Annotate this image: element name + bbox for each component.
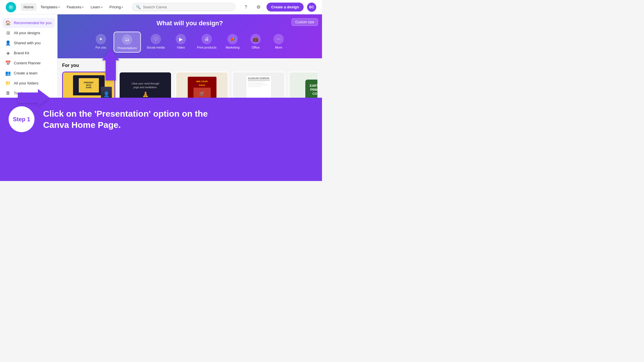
banner-title: What will you design?	[63, 20, 316, 27]
tab-marketing[interactable]: 📣 Marketing	[222, 32, 243, 53]
canva-logo[interactable]: C	[6, 2, 16, 12]
svg-marker-3	[102, 49, 119, 80]
tab-more[interactable]: ··· More	[268, 32, 289, 53]
folder-icon: 📁	[5, 80, 11, 86]
sidebar-item-all-designs[interactable]: ⊞ All your designs	[2, 28, 55, 38]
nav-templates[interactable]: Templates ▾	[38, 3, 63, 11]
search-bar[interactable]: 🔍	[132, 3, 235, 11]
arrow-right-indicator	[18, 89, 49, 106]
tab-social-media[interactable]: ♡ Social media	[143, 32, 168, 53]
category-tabs: ✦ For you 🗂 Presentations ♡ Social media…	[63, 32, 316, 53]
chevron-down-icon: ▾	[122, 6, 123, 9]
video-icon: ▶	[176, 34, 186, 44]
svg-marker-2	[18, 89, 49, 106]
team-icon: 👥	[5, 70, 11, 76]
search-input[interactable]	[143, 5, 231, 9]
nav-features[interactable]: Features ▾	[64, 3, 87, 11]
marketing-icon: 📣	[227, 34, 238, 44]
sidebar-item-shared[interactable]: 👤 Shared with you	[2, 38, 55, 48]
svg-text:C: C	[10, 6, 12, 9]
presentations-icon: 🗂	[122, 34, 132, 45]
home-icon: 🏠	[5, 20, 11, 26]
chevron-down-icon: ▾	[82, 6, 84, 9]
for-you-title: For you	[62, 63, 317, 68]
social-media-icon: ♡	[151, 34, 161, 44]
chevron-down-icon: ▾	[58, 6, 60, 9]
tab-print-products[interactable]: 🖨 Print products	[193, 32, 220, 53]
grid-icon: ⊞	[5, 30, 11, 36]
trash-icon: 🗑	[5, 90, 11, 96]
design-banner: What will you design? Custom size ✦ For …	[57, 14, 322, 58]
nav-learn[interactable]: Learn ▾	[88, 3, 105, 11]
more-icon: ···	[273, 34, 284, 44]
step-description: Click on the 'Presentation' option on th…	[43, 108, 208, 130]
calendar-icon: 📅	[5, 60, 11, 66]
nav-home[interactable]: Home	[21, 3, 37, 11]
office-icon: 💼	[250, 34, 261, 44]
help-icon[interactable]: ?	[241, 3, 250, 12]
header-right: ? ⚙ Create a design BC	[241, 3, 316, 12]
step-circle: Step 1	[9, 106, 34, 132]
tab-video[interactable]: ▶ Video	[170, 32, 191, 53]
main-nav: Home Templates ▾ Features ▾ Learn ▾ Pric…	[21, 3, 126, 11]
step-label: Step 1	[13, 116, 30, 123]
print-icon: 🖨	[202, 34, 212, 44]
sidebar-item-folders[interactable]: 📁 All your folders	[2, 78, 55, 88]
chevron-down-icon: ▾	[101, 6, 103, 9]
header: C Home Templates ▾ Features ▾ Learn ▾ Pr…	[0, 0, 322, 14]
search-icon: 🔍	[136, 5, 141, 9]
tutorial-overlay: Step 1 Click on the 'Presentation' optio…	[0, 98, 322, 181]
sidebar-item-brand-kit[interactable]: ◈ Brand Kit	[2, 48, 55, 58]
sidebar-item-content-planner[interactable]: 📅 Content Planner	[2, 58, 55, 68]
for-you-icon: ✦	[96, 34, 106, 44]
avatar[interactable]: BC	[307, 3, 316, 12]
person-icon: 👤	[5, 40, 11, 46]
nav-pricing[interactable]: Pricing ▾	[107, 3, 126, 11]
custom-size-button[interactable]: Custom size	[292, 18, 318, 26]
tab-office[interactable]: 💼 Office	[245, 32, 266, 53]
settings-icon[interactable]: ⚙	[254, 3, 263, 12]
create-design-button[interactable]: Create a design	[267, 3, 304, 11]
arrow-up-indicator	[102, 49, 119, 80]
sidebar-item-recommended[interactable]: 🏠 Recommended for you	[2, 18, 55, 28]
brand-icon: ◈	[5, 50, 11, 56]
sidebar-item-create-team[interactable]: 👥 Create a team	[2, 68, 55, 78]
